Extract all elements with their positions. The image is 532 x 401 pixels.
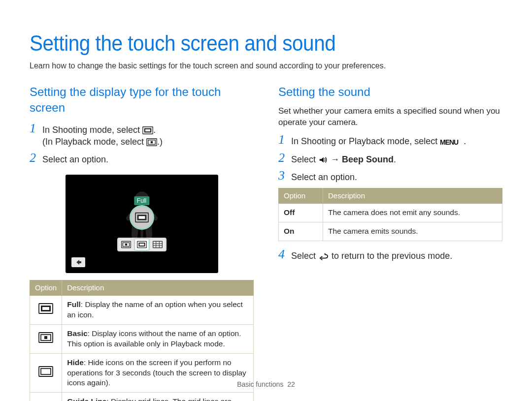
- display-option-guide[interactable]: [150, 239, 165, 250]
- step-number: 3: [278, 169, 291, 182]
- left-section-title: Setting the display type for the touch s…: [30, 84, 254, 116]
- table-header-option: Option: [279, 188, 323, 204]
- speaker-icon: [318, 156, 328, 164]
- display-mode-label: Full: [134, 196, 149, 205]
- camera-screenshot: Full: [66, 175, 218, 273]
- back-button[interactable]: [71, 257, 85, 267]
- page-title: Setting the touch screen and sound: [30, 29, 465, 58]
- selected-display-button[interactable]: [130, 205, 154, 230]
- menu-icon: [440, 138, 464, 146]
- table-row: On The camera emits sounds.: [279, 222, 502, 241]
- display-hide-icon: [38, 366, 53, 380]
- display-basic-icon: [146, 138, 157, 146]
- display-option-row: [117, 238, 166, 251]
- display-option-full[interactable]: [134, 239, 149, 250]
- table-header-option: Option: [30, 280, 62, 295]
- table-row: Off The camera does not emit any sounds.: [279, 204, 502, 222]
- step-body: Select → Beep Sound.: [291, 152, 396, 165]
- step-body: Select an option.: [42, 152, 108, 165]
- step-number: 2: [30, 152, 42, 164]
- table-header-description: Description: [323, 188, 502, 204]
- display-full-icon: [38, 303, 53, 317]
- step-body: In Shooting or Playback mode, select .: [291, 133, 466, 147]
- step-number: 2: [278, 152, 291, 164]
- step-body: Select an option.: [291, 169, 357, 183]
- intro-text: Learn how to change the basic settings f…: [30, 61, 502, 71]
- step-number: 1: [30, 122, 42, 135]
- return-icon: [318, 252, 329, 261]
- table-header-description: Description: [62, 280, 254, 295]
- step-number: 1: [278, 133, 291, 146]
- step-number: 4: [278, 248, 291, 261]
- sound-subtext: Set whether your camera emits a specifie…: [278, 106, 502, 128]
- display-full-icon: [142, 126, 153, 134]
- display-basic-icon: [38, 332, 53, 346]
- sound-options-table: Option Description Off The camera does n…: [278, 188, 502, 241]
- display-option-basic[interactable]: [119, 239, 133, 250]
- page-footer: Basic functions 22: [0, 380, 532, 389]
- table-row: Guide Line: Display grid lines. The grid…: [30, 393, 254, 401]
- step-body: Select to return to the previous mode.: [291, 248, 452, 262]
- right-section-title: Setting the sound: [278, 84, 502, 100]
- table-row: Full: Display the name of an option when…: [30, 295, 254, 324]
- table-row: Basic: Display icons without the name of…: [30, 324, 254, 353]
- step-body: In Shooting mode, select . (In Playback …: [42, 122, 163, 148]
